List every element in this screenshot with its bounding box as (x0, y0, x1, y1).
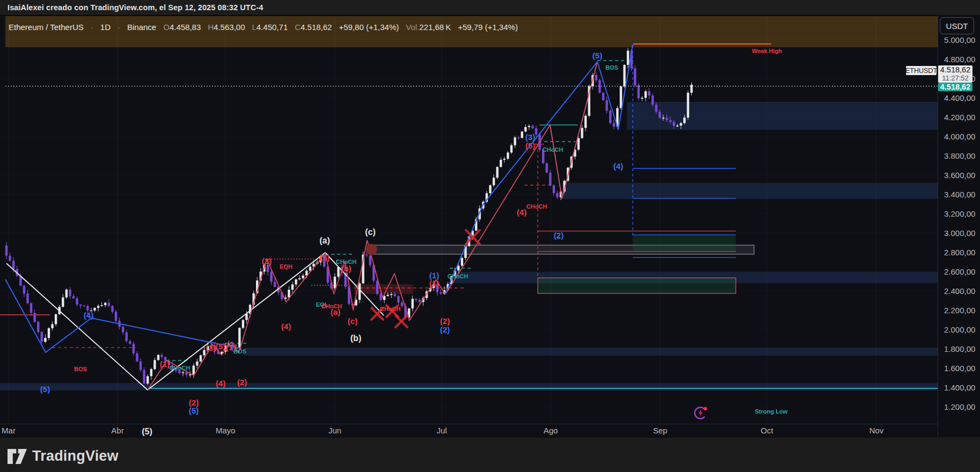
candle[interactable] (334, 277, 336, 289)
candle[interactable] (394, 294, 396, 296)
candle[interactable] (595, 75, 597, 80)
candle[interactable] (100, 305, 103, 306)
candle[interactable] (503, 159, 506, 160)
candle[interactable] (5, 246, 8, 256)
candle[interactable] (157, 355, 159, 360)
candle[interactable] (535, 128, 537, 135)
candle[interactable] (207, 346, 209, 350)
candle[interactable] (65, 290, 68, 298)
candle[interactable] (496, 167, 498, 178)
candle[interactable] (457, 266, 459, 270)
candle[interactable] (524, 127, 526, 132)
candle[interactable] (581, 128, 583, 138)
candle[interactable] (489, 185, 491, 193)
candle[interactable] (412, 299, 414, 308)
candle[interactable] (641, 98, 643, 99)
candle[interactable] (549, 173, 551, 186)
candle[interactable] (115, 312, 117, 321)
candle[interactable] (680, 123, 682, 126)
candle[interactable] (419, 300, 421, 302)
candle[interactable] (86, 306, 89, 311)
candle[interactable] (178, 370, 180, 373)
candle[interactable] (193, 366, 195, 375)
candle[interactable] (196, 362, 198, 366)
candle[interactable] (369, 255, 371, 265)
candle[interactable] (111, 306, 113, 312)
candle[interactable] (546, 163, 548, 173)
candle[interactable] (623, 65, 625, 86)
candle[interactable] (104, 303, 106, 305)
candle[interactable] (203, 350, 205, 356)
interval-label[interactable]: 1D (100, 23, 111, 32)
candle[interactable] (514, 137, 516, 145)
candle[interactable] (634, 68, 636, 85)
candle[interactable] (556, 193, 558, 197)
candle[interactable] (171, 365, 173, 370)
candle[interactable] (97, 306, 99, 308)
candle[interactable] (41, 332, 43, 342)
candle[interactable] (521, 131, 523, 138)
candle[interactable] (108, 303, 110, 306)
currency-toggle-button[interactable]: USDT (940, 17, 974, 34)
candle[interactable] (160, 355, 163, 357)
candle[interactable] (683, 117, 685, 123)
candle[interactable] (93, 308, 96, 311)
candle[interactable] (528, 126, 530, 127)
candle[interactable] (298, 278, 301, 279)
candle[interactable] (376, 281, 378, 294)
candle[interactable] (309, 267, 311, 270)
candle[interactable] (531, 126, 533, 128)
candle[interactable] (337, 267, 339, 277)
candle[interactable] (267, 265, 269, 272)
candle[interactable] (69, 290, 71, 297)
candle[interactable] (507, 152, 509, 159)
candle[interactable] (48, 328, 50, 338)
candle[interactable] (37, 322, 39, 332)
candle[interactable] (510, 145, 513, 153)
candle[interactable] (390, 294, 392, 295)
candle[interactable] (30, 303, 32, 313)
candle[interactable] (365, 255, 368, 256)
candle[interactable] (153, 360, 156, 369)
candle[interactable] (51, 324, 53, 328)
candle[interactable] (62, 297, 64, 307)
candle[interactable] (72, 296, 75, 298)
candle[interactable] (129, 341, 131, 344)
candle[interactable] (200, 355, 202, 362)
candle[interactable] (76, 298, 78, 305)
candle[interactable] (189, 374, 191, 375)
candle[interactable] (672, 122, 675, 126)
candle[interactable] (33, 313, 35, 322)
candle[interactable] (12, 261, 14, 269)
candle[interactable] (238, 328, 240, 347)
candle[interactable] (659, 112, 661, 117)
candle[interactable] (288, 290, 290, 298)
candle[interactable] (122, 327, 124, 332)
candlestick-plot[interactable] (0, 15, 938, 437)
candle[interactable] (577, 138, 580, 149)
tradingview-logo[interactable]: TradingView (8, 448, 119, 464)
candle[interactable] (493, 178, 495, 185)
candle[interactable] (613, 123, 615, 126)
candle[interactable] (542, 150, 544, 163)
candle[interactable] (605, 100, 608, 110)
candle[interactable] (79, 305, 82, 306)
symbol-info-bar[interactable]: Ethereum / TetherUS · 1D · Binance O 4.4… (9, 21, 518, 32)
candle[interactable] (55, 314, 57, 324)
candle[interactable] (147, 376, 149, 384)
candle[interactable] (669, 120, 671, 122)
candle[interactable] (26, 293, 28, 303)
candle[interactable] (662, 117, 664, 119)
candle[interactable] (23, 286, 25, 294)
candle[interactable] (584, 116, 587, 128)
candle[interactable] (175, 370, 177, 371)
candle[interactable] (401, 303, 403, 306)
candle[interactable] (627, 51, 629, 65)
candle[interactable] (655, 105, 657, 112)
candle[interactable] (676, 126, 678, 127)
candle[interactable] (291, 284, 294, 290)
candle[interactable] (185, 372, 187, 375)
candle[interactable] (500, 160, 502, 167)
candle[interactable] (553, 186, 555, 193)
candle[interactable] (164, 357, 166, 361)
